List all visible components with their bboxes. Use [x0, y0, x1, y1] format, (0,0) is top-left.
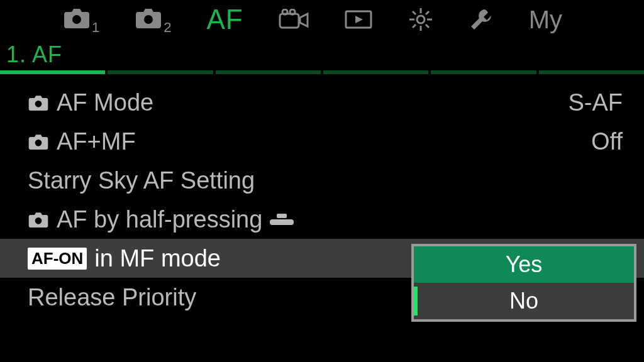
menu-row-label: AF+MF: [57, 128, 136, 155]
popup-option-yes[interactable]: Yes: [414, 246, 634, 283]
svg-rect-18: [277, 214, 287, 218]
svg-point-3: [282, 9, 287, 14]
yes-no-popup: Yes No: [411, 244, 636, 322]
svg-point-17: [35, 217, 42, 224]
tab-playback[interactable]: [344, 9, 373, 30]
section-segment[interactable]: [0, 70, 105, 74]
svg-point-15: [35, 101, 42, 107]
tab-my[interactable]: My: [529, 6, 562, 34]
shutter-button-icon: [270, 214, 294, 225]
svg-line-12: [426, 25, 429, 28]
section-segment[interactable]: [108, 70, 213, 74]
camera-icon: [28, 211, 49, 228]
tab-tools[interactable]: [469, 7, 494, 32]
svg-rect-19: [270, 219, 294, 225]
tab-camera-2[interactable]: 2: [135, 7, 171, 32]
svg-point-0: [72, 15, 81, 24]
menu-row-label: AF Mode: [57, 89, 153, 116]
tab-video[interactable]: [279, 9, 309, 30]
menu-row-label: Release Priority: [28, 284, 196, 311]
camera-icon: [135, 7, 162, 28]
camera-icon: [28, 133, 49, 150]
tab-settings[interactable]: [408, 7, 433, 32]
svg-line-14: [413, 25, 416, 28]
menu-row-af-half-press[interactable]: AF by half-pressing: [0, 200, 644, 239]
section-title: 1. AF: [0, 39, 644, 70]
tab-af[interactable]: AF: [207, 4, 243, 35]
popup-option-label: No: [509, 288, 538, 314]
tab-camera-1[interactable]: 1: [63, 7, 99, 32]
menu-row-af-mf[interactable]: AF+MF Off: [0, 122, 644, 161]
camera-icon: [63, 7, 91, 28]
section-segment[interactable]: [539, 70, 644, 74]
menu-row-label: AF by half-pressing: [57, 206, 262, 233]
svg-point-4: [290, 9, 295, 14]
tab-af-label: AF: [207, 4, 243, 35]
svg-point-16: [35, 140, 42, 146]
menu-row-value: Off: [591, 128, 623, 155]
menu-row-label: in MF mode: [94, 245, 221, 272]
wrench-icon: [469, 7, 494, 32]
menu-row-label: Starry Sky AF Setting: [28, 167, 255, 194]
svg-point-1: [144, 15, 153, 24]
section-segment[interactable]: [323, 70, 428, 74]
popup-option-label: Yes: [506, 251, 543, 278]
svg-line-13: [426, 11, 429, 14]
playback-icon: [344, 9, 373, 30]
popup-option-no[interactable]: No: [414, 283, 634, 319]
svg-line-11: [413, 11, 416, 14]
menu-row-starry-sky[interactable]: Starry Sky AF Setting: [0, 161, 644, 200]
svg-rect-2: [280, 14, 299, 28]
tab-my-label: My: [529, 6, 562, 34]
gear-icon: [408, 7, 433, 32]
section-segment-bar[interactable]: [0, 70, 644, 74]
tab-camera-2-sub: 2: [164, 19, 171, 36]
video-icon: [279, 9, 309, 30]
top-tab-bar: 1 2 AF My: [0, 0, 644, 39]
camera-icon: [28, 94, 49, 111]
menu-row-af-mode[interactable]: AF Mode S-AF: [0, 83, 644, 122]
tab-camera-1-sub: 1: [92, 19, 99, 36]
section-segment[interactable]: [216, 70, 321, 74]
svg-point-6: [417, 16, 425, 23]
menu-row-value: S-AF: [568, 89, 623, 116]
section-segment[interactable]: [431, 70, 536, 74]
af-on-badge: AF-ON: [28, 248, 87, 270]
